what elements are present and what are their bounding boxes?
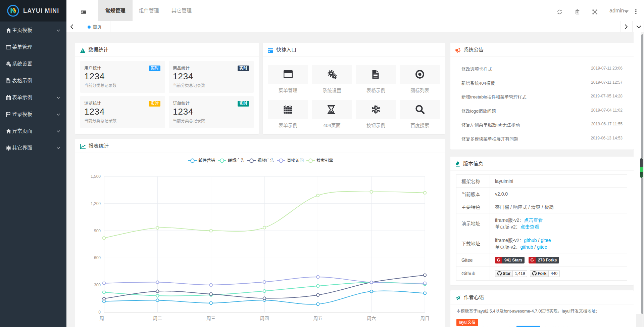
svg-text:视频广告: 视频广告 (257, 158, 274, 163)
svg-text:周三: 周三 (206, 316, 215, 321)
svg-text:直接访问: 直接访问 (287, 158, 304, 163)
svg-text:周二: 周二 (153, 316, 162, 321)
svg-text:周五: 周五 (313, 316, 323, 321)
svg-text:搜索引擎: 搜索引擎 (316, 158, 333, 163)
svg-text:600: 600 (94, 255, 101, 260)
svg-text:周日: 周日 (420, 316, 430, 321)
svg-text:1,200: 1,200 (91, 201, 101, 206)
svg-text:邮件营销: 邮件营销 (198, 158, 215, 163)
svg-text:周一: 周一 (100, 316, 109, 321)
svg-text:900: 900 (94, 229, 101, 233)
svg-text:周六: 周六 (367, 316, 376, 321)
svg-text:1,500: 1,500 (91, 174, 101, 179)
svg-text:联盟广告: 联盟广告 (228, 158, 245, 163)
svg-text:300: 300 (94, 283, 101, 287)
svg-text:0: 0 (98, 310, 101, 315)
svg-text:周四: 周四 (260, 316, 269, 321)
